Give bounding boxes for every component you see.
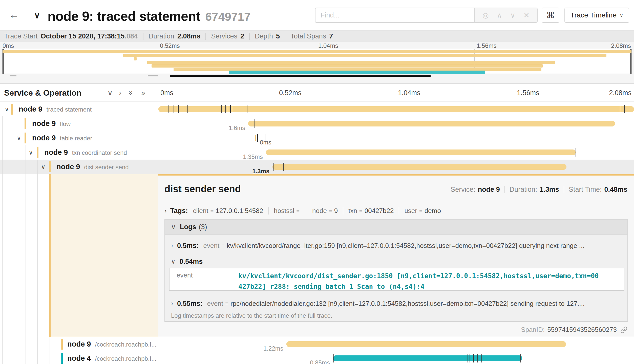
span-row-txn-coordinator-send[interactable]: ∨ node 9txn coordinator send	[0, 145, 158, 160]
trace-title: node 9: traced statement 6749717	[48, 0, 251, 30]
span-duration-bar[interactable]	[158, 106, 634, 112]
command-icon: ⌘	[546, 10, 555, 20]
log-key: event	[207, 300, 223, 308]
span-color-bar	[49, 161, 51, 172]
tag-txn: txn=00427b22	[348, 207, 394, 215]
log-time: 0.5ms:	[177, 242, 199, 250]
log-entry-054ms-toggle[interactable]: ∨ 0.54ms	[171, 255, 622, 268]
total-spans-value: 7	[329, 32, 333, 40]
axis-tick-104ms: 1.04ms	[398, 84, 420, 101]
clear-search-icon[interactable]: ✕	[523, 11, 529, 19]
span-id-label: SpanID:	[521, 326, 545, 334]
log-value: kv/kvclient/kvcoord/range_iter.go:159 [n…	[227, 242, 584, 250]
log-entry-055ms[interactable]: › 0.55ms: event = rpc/nodedialer/nodedia…	[171, 297, 622, 310]
expanded-span-accent-bar	[49, 174, 51, 337]
span-bar-row-node9-batch[interactable]: 1.22ms	[158, 337, 634, 351]
span-id-value: 5597415943526560273	[547, 326, 617, 334]
minimap-tick-208ms: 2.08ms	[611, 42, 631, 49]
minimap-scrub-handle[interactable]	[148, 75, 158, 76]
span-duration-bar[interactable]: 1.6ms	[248, 121, 615, 126]
log-entry-05ms[interactable]: › 0.5ms: event = kv/kvclient/kvcoord/ran…	[171, 239, 622, 252]
span-service: node 4	[67, 354, 91, 362]
span-operation: traced statement	[46, 106, 92, 113]
minimap-tick-052ms: 0.52ms	[160, 42, 180, 49]
top-bar: ← ∨ node 9: traced statement 6749717 ◎ ∧…	[0, 0, 634, 31]
timeline-minimap: 0ms 0.52ms 1.04ms 1.56ms 2.08ms	[0, 42, 634, 84]
span-row-traced-statement[interactable]: ∨ node 9traced statement	[0, 102, 158, 116]
tags-section-toggle[interactable]: › Tags: client=127.0.0.1:54582 hostssl= …	[164, 205, 441, 216]
span-duration-bar[interactable]: 0.85ms	[333, 355, 522, 361]
trace-start-ms: .084	[124, 32, 138, 40]
collapse-one-icon[interactable]: ∨	[107, 84, 113, 101]
chevron-right-icon: ›	[171, 300, 173, 307]
tag-node: node=9	[312, 207, 338, 215]
minimap-scrubber[interactable]	[170, 75, 431, 77]
duration-label: Duration:	[510, 186, 537, 194]
services-value: 2	[240, 32, 244, 40]
chevron-down-icon: ∨	[620, 12, 623, 18]
find-bar: ◎ ∧ ∨ ✕	[315, 8, 538, 23]
span-color-bar	[61, 353, 63, 364]
trace-start-value: October 15 2020, 17:38:15	[41, 32, 125, 40]
keyboard-shortcuts-button[interactable]: ⌘	[542, 8, 559, 23]
minimap-tick-156ms: 1.56ms	[477, 42, 497, 49]
span-bar-row-table-reader[interactable]: 0ms	[158, 131, 634, 145]
span-duration-bar[interactable]: 0ms	[255, 135, 257, 141]
tag-client: client=127.0.0.1:54582	[193, 207, 263, 215]
span-operation: dist sender send	[84, 164, 129, 170]
axis-tick-156ms: 1.56ms	[517, 84, 539, 101]
log-time: 0.55ms:	[177, 300, 203, 308]
chevron-down-icon[interactable]: ∨	[41, 160, 46, 174]
back-button[interactable]: ←	[0, 0, 28, 30]
log-event-detail-table: event kv/kvclient/kvcoord/dist_sender.go…	[169, 268, 624, 291]
span-row-flow[interactable]: node 9flow	[0, 116, 158, 131]
expand-all-icon[interactable]: »	[141, 84, 145, 101]
span-row-node9-batch[interactable]: node 9/cockroach.roachpb.I...	[0, 337, 158, 351]
find-controls: ◎ ∧ ∨ ✕	[474, 8, 538, 23]
span-operation: /cockroach.roachpb.I...	[95, 341, 156, 348]
chevron-down-icon[interactable]: ∨	[29, 145, 33, 160]
total-spans-label: Total Spans	[290, 32, 326, 40]
locate-icon[interactable]: ◎	[482, 11, 489, 19]
jaeger-trace-page: ← ∨ node 9: traced statement 6749717 ◎ ∧…	[0, 0, 634, 364]
logs-label: Logs	[180, 223, 196, 231]
expand-one-icon[interactable]: ›	[119, 84, 121, 101]
span-bar-row-node4-batch[interactable]: 0.85ms	[158, 351, 634, 364]
service-value: node 9	[478, 186, 500, 194]
span-duration-bar[interactable]: 1.35ms	[266, 149, 576, 155]
span-bar-row-dist-sender-send[interactable]: 1.3ms	[158, 160, 634, 174]
span-duration-bar[interactable]: 1.22ms	[286, 341, 566, 347]
span-color-bar	[11, 104, 13, 115]
span-id-row: SpanID: 5597415943526560273	[521, 326, 627, 334]
collapse-all-icon[interactable]: »	[129, 84, 133, 101]
minimap-tick-104ms: 1.04ms	[318, 42, 338, 49]
span-row-table-reader[interactable]: ∨ node 9table reader	[0, 131, 158, 145]
span-row-dist-sender-send[interactable]: ∨ node 9dist sender send	[0, 160, 158, 174]
copy-link-icon[interactable]	[620, 326, 627, 333]
span-bar-row-txn-coordinator-send[interactable]: 1.35ms	[158, 145, 634, 160]
span-duration-bar[interactable]: 1.3ms	[272, 164, 566, 170]
next-result-icon[interactable]: ∨	[510, 11, 516, 19]
find-input[interactable]	[315, 8, 474, 23]
span-color-bar	[61, 339, 63, 350]
logs-section-toggle[interactable]: ∨ Logs (3)	[165, 220, 627, 235]
trace-id: 6749717	[205, 10, 251, 24]
expanded-span-indent-fill	[51, 174, 158, 337]
minimap-scrub-handle[interactable]	[10, 75, 16, 76]
depth-value: 5	[276, 32, 280, 40]
tag-user: user=demo	[404, 207, 441, 215]
logs-section: ∨ Logs (3) › 0.5ms: event = kv/kvclient/…	[164, 219, 628, 322]
span-bar-row-flow[interactable]: 1.6ms	[158, 116, 634, 131]
prev-result-icon[interactable]: ∧	[497, 11, 502, 19]
span-service: node 9	[56, 163, 80, 171]
trace-collapse-toggle[interactable]: ∨	[34, 0, 40, 30]
span-bar-row-traced-statement[interactable]	[158, 102, 634, 116]
trace-view-select[interactable]: Trace Timeline ∨	[564, 8, 629, 23]
minimap-canvas[interactable]	[2, 49, 632, 74]
tags-label: Tags:	[170, 207, 188, 215]
chevron-down-icon[interactable]: ∨	[17, 131, 21, 145]
span-row-node4-batch[interactable]: node 4/cockroach.roachpb.I...	[0, 351, 158, 364]
chevron-down-icon[interactable]: ∨	[5, 102, 9, 116]
column-resize-handle[interactable]	[153, 90, 155, 96]
span-color-bar	[25, 133, 26, 143]
